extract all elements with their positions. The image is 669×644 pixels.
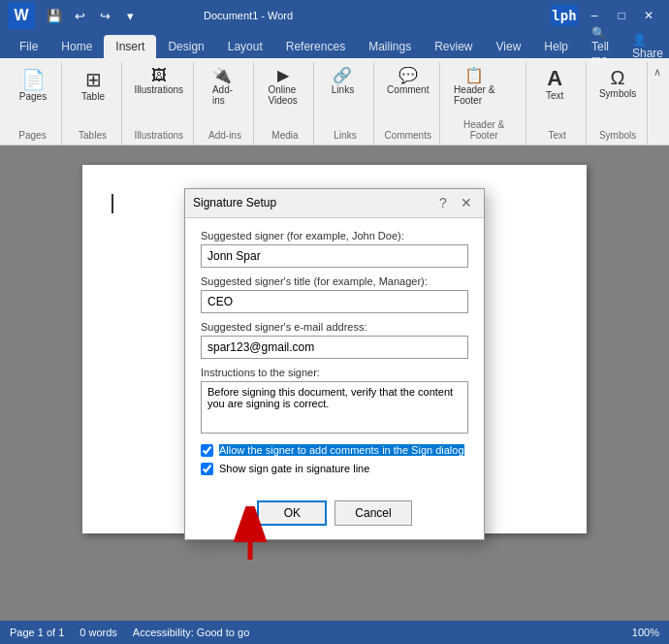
comment-label: Comment: [387, 84, 429, 95]
symbols-icon: Ω: [611, 68, 625, 87]
allow-comments-label: Allow the signer to add comments in the …: [219, 444, 464, 456]
tab-share[interactable]: 👤 Share: [621, 35, 669, 58]
illustrations-group-label: Illustrations: [132, 128, 185, 141]
status-bar: Page 1 of 1 0 words Accessibility: Good …: [0, 621, 669, 644]
ribbon-group-links-items: 🔗 Links: [324, 62, 366, 128]
signer-label: Suggested signer (for example, John Doe)…: [201, 230, 468, 242]
pages-button[interactable]: 📄 Pages: [12, 66, 54, 106]
dialog-footer: OK Cancel: [185, 493, 484, 539]
ribbon-group-text: A Text Text: [528, 62, 587, 145]
tab-mailings[interactable]: Mailings: [357, 35, 423, 58]
online-videos-label: OnlineVideos: [268, 84, 297, 106]
tab-view[interactable]: View: [485, 35, 533, 58]
symbols-button[interactable]: Ω Symbols: [596, 66, 639, 101]
redo-qat-icon[interactable]: ↪: [95, 6, 114, 25]
title-label: Suggested signer's title (for example, M…: [201, 275, 468, 287]
tab-design[interactable]: Design: [156, 35, 215, 58]
text-icon: A: [547, 68, 562, 89]
tab-tell-me[interactable]: 🔍 Tell me: [580, 35, 621, 58]
addins-button[interactable]: 🔌 Add-ins: [204, 66, 240, 108]
ribbon-group-text-items: A Text: [536, 62, 578, 128]
header-footer-button[interactable]: 📋 Header &Footer: [450, 66, 498, 108]
maximize-button[interactable]: □: [609, 6, 634, 25]
tab-insert[interactable]: Insert: [104, 35, 156, 58]
cancel-button[interactable]: Cancel: [334, 500, 411, 526]
ribbon-group-pages: 📄 Pages Pages: [4, 62, 62, 145]
ribbon-group-links: 🔗 Links Links: [316, 62, 374, 145]
signature-setup-dialog: Signature Setup ? ✕ Suggested signer (fo…: [184, 188, 485, 540]
document-area: Signature Setup ? ✕ Suggested signer (fo…: [0, 145, 669, 621]
word-logo: W: [8, 2, 35, 29]
ribbon-group-media-items: ▶ OnlineVideos: [264, 62, 305, 128]
ribbon-collapse-icon[interactable]: ∧: [650, 62, 665, 145]
undo-qat-icon[interactable]: ↩: [70, 6, 89, 25]
title-input[interactable]: [201, 290, 468, 313]
links-button[interactable]: 🔗 Links: [324, 66, 361, 97]
ribbon-group-comments: 💬 Comment Comments: [376, 62, 440, 145]
media-group-label: Media: [264, 128, 305, 141]
text-button[interactable]: A Text: [536, 66, 573, 103]
dialog-title-controls: ? ✕: [433, 193, 476, 212]
ribbon-tabs: File Home Insert Design Layout Reference…: [0, 31, 669, 58]
online-videos-icon: ▶: [277, 68, 289, 83]
save-qat-icon[interactable]: 💾: [45, 6, 64, 25]
symbols-group-label: Symbols: [596, 128, 639, 141]
dialog-close-button[interactable]: ✕: [457, 193, 476, 212]
ribbon-group-symbols: Ω Symbols Symbols: [589, 62, 648, 145]
allow-comments-checkbox[interactable]: [201, 444, 213, 457]
dialog-content: Suggested signer (for example, John Doe)…: [185, 218, 484, 493]
tab-layout[interactable]: Layout: [216, 35, 274, 58]
illustrations-label: Illustrations: [134, 84, 183, 95]
header-footer-icon: 📋: [464, 68, 484, 83]
addins-group-label: Add-ins: [204, 128, 245, 141]
ribbon: 📄 Pages Pages ⊞ Table Tables 🖼 Illustrat…: [0, 58, 669, 145]
dialog-help-button[interactable]: ?: [433, 193, 453, 212]
email-label: Suggested signer's e-mail address:: [201, 321, 468, 333]
document-title: Document1 - Word: [204, 10, 293, 21]
email-input[interactable]: [201, 336, 468, 359]
addins-icon: 🔌: [212, 68, 232, 83]
signer-input[interactable]: [201, 244, 468, 268]
tab-file[interactable]: File: [8, 35, 49, 58]
ribbon-group-pages-items: 📄 Pages: [12, 62, 53, 128]
text-label: Text: [546, 90, 563, 101]
email-field-group: Suggested signer's e-mail address:: [201, 321, 468, 359]
minimize-button[interactable]: –: [582, 6, 607, 25]
links-label: Links: [332, 84, 354, 95]
links-group-label: Links: [324, 128, 366, 141]
illustrations-button[interactable]: 🖼 Illustrations: [132, 66, 185, 97]
tab-references[interactable]: References: [274, 35, 357, 58]
tab-help[interactable]: Help: [532, 35, 580, 58]
allow-comments-highlight-text: Allow the signer to add comments in the …: [219, 444, 464, 456]
zoom-level: 100%: [632, 627, 659, 638]
tab-review[interactable]: Review: [423, 35, 484, 58]
checkbox-allow-comments-row: Allow the signer to add comments in the …: [201, 444, 468, 457]
comment-button[interactable]: 💬 Comment: [384, 66, 431, 97]
ribbon-group-tables-items: ⊞ Table: [72, 62, 113, 128]
close-button[interactable]: ✕: [636, 6, 661, 25]
header-footer-group-label: Header & Footer: [450, 117, 518, 141]
table-button[interactable]: ⊞ Table: [72, 66, 114, 106]
status-right: 100%: [632, 627, 659, 638]
text-group-label: Text: [536, 128, 578, 141]
ribbon-group-illustrations: 🖼 Illustrations Illustrations: [124, 62, 194, 145]
comments-group-label: Comments: [384, 128, 431, 141]
dialog-title-bar: Signature Setup ? ✕: [185, 189, 484, 218]
ok-button[interactable]: OK: [257, 500, 327, 526]
online-videos-button[interactable]: ▶ OnlineVideos: [264, 66, 301, 108]
ribbon-group-header-footer: 📋 Header &Footer Header & Footer: [442, 62, 526, 145]
show-sign-gate-checkbox[interactable]: [201, 463, 213, 475]
links-icon: 🔗: [333, 68, 352, 83]
pages-icon: 📄: [21, 70, 46, 89]
word-count: 0 words: [80, 627, 117, 638]
comment-icon: 💬: [398, 68, 418, 83]
header-footer-label: Header &Footer: [454, 84, 494, 106]
page-info: Page 1 of 1: [10, 627, 64, 638]
table-label: Table: [81, 91, 105, 102]
instructions-textarea[interactable]: Before signing this document, verify tha…: [201, 381, 468, 434]
table-icon: ⊞: [85, 70, 102, 89]
tab-home[interactable]: Home: [49, 35, 104, 58]
customize-qat-icon[interactable]: ▾: [120, 6, 140, 25]
dialog-title: Signature Setup: [193, 196, 276, 209]
text-cursor: [112, 194, 113, 213]
